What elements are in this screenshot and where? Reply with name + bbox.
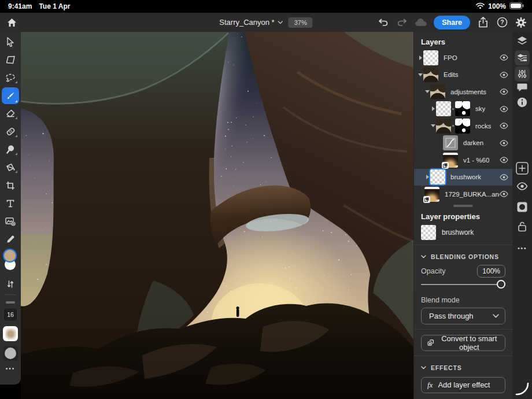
layer-row[interactable]: adjustments xyxy=(414,83,512,101)
redo-button[interactable] xyxy=(396,16,408,29)
zoom-level-badge[interactable]: 37% xyxy=(289,17,313,28)
eye-icon[interactable] xyxy=(500,105,508,113)
eraser-tool[interactable] xyxy=(0,105,21,123)
device-corner-arc xyxy=(515,382,529,398)
layer-thumbnail[interactable] xyxy=(436,101,451,116)
document-title: Starry_Canyon * xyxy=(219,18,274,27)
blend-mode-value: Pass through xyxy=(429,312,474,320)
undo-button[interactable] xyxy=(376,16,389,29)
layer-thumbnail[interactable] xyxy=(430,84,445,99)
opacity-slider-knob[interactable] xyxy=(497,280,505,289)
add-layer-button[interactable] xyxy=(512,161,532,175)
layer-name: rocks xyxy=(475,123,491,130)
opacity-slider-track[interactable] xyxy=(421,284,505,285)
brush-tool[interactable] xyxy=(2,87,19,104)
lasso-select-tool[interactable] xyxy=(0,69,21,87)
swap-colors-button[interactable] xyxy=(0,277,21,291)
opacity-value-field[interactable]: 100% xyxy=(477,265,505,278)
toolbar-drag-handle[interactable] xyxy=(6,301,15,304)
layer-thumbnail[interactable] xyxy=(436,119,451,134)
layer-mask-thumbnail[interactable] xyxy=(455,119,470,134)
layer-row[interactable]: sky xyxy=(414,101,512,118)
canvas[interactable] xyxy=(21,32,413,399)
blend-mode-dropdown[interactable]: Pass through xyxy=(421,308,505,324)
disclosure-icon[interactable] xyxy=(424,90,430,93)
adjustments-sliders-icon[interactable] xyxy=(515,66,530,82)
layer-row[interactable]: rocks xyxy=(414,117,512,135)
layers-detail-view-button[interactable] xyxy=(515,50,530,65)
transform-tool[interactable] xyxy=(0,51,21,69)
type-tool[interactable] xyxy=(0,194,21,212)
smart-object-thumbnail[interactable] xyxy=(443,153,458,168)
place-image-tool[interactable] xyxy=(0,212,21,230)
layer-thumbnail[interactable] xyxy=(423,67,438,82)
export-icon[interactable] xyxy=(476,16,489,29)
disclosure-icon[interactable] xyxy=(418,73,423,76)
magnifier-tool[interactable] xyxy=(0,141,21,158)
status-date: Tue 1 Apr xyxy=(39,2,70,10)
app-window: 9:41am Tue 1 Apr 100% Starry_Canyon * 37… xyxy=(0,0,532,399)
help-icon[interactable]: ? xyxy=(496,16,508,29)
info-icon[interactable] xyxy=(517,97,527,108)
brush-preview-soft[interactable] xyxy=(3,326,18,341)
move-tool[interactable] xyxy=(0,33,21,51)
curves-adjustment-thumbnail[interactable] xyxy=(443,135,458,150)
cloud-sync-icon[interactable] xyxy=(415,16,427,29)
panel-resize-handle[interactable] xyxy=(453,205,473,207)
eye-icon[interactable] xyxy=(500,173,508,181)
opacity-label: Opacity xyxy=(421,267,445,275)
comment-icon[interactable] xyxy=(517,83,527,92)
brush-size-field[interactable]: 16 xyxy=(3,308,18,322)
lock-icon[interactable] xyxy=(518,221,527,232)
disclosure-icon[interactable] xyxy=(430,106,436,111)
properties-layer-thumbnail xyxy=(421,225,436,240)
disclosure-icon[interactable] xyxy=(418,56,423,60)
healing-brush-tool[interactable] xyxy=(0,123,21,141)
mask-link-icon xyxy=(452,125,454,127)
layer-row[interactable]: Edits xyxy=(414,66,512,84)
eye-icon[interactable] xyxy=(500,122,508,130)
eye-icon[interactable] xyxy=(500,139,508,147)
layer-row[interactable]: FPO xyxy=(414,49,512,66)
eye-icon[interactable] xyxy=(500,88,508,95)
add-layer-effect-button[interactable]: fx Add layer effect xyxy=(421,377,505,393)
settings-gear-icon[interactable] xyxy=(515,16,527,29)
opacity-slider[interactable] xyxy=(421,280,505,289)
status-bar: 9:41am Tue 1 Apr 100% xyxy=(0,0,532,13)
effects-header[interactable]: EFFECTS xyxy=(421,364,505,372)
eyedropper-tool[interactable] xyxy=(0,230,21,248)
disclosure-icon[interactable] xyxy=(424,175,430,179)
blending-options-header[interactable]: BLENDING OPTIONS xyxy=(421,253,505,261)
layer-thumbnail[interactable] xyxy=(423,50,438,65)
color-wells[interactable] xyxy=(0,250,21,276)
brush-preview-hard[interactable] xyxy=(3,346,18,361)
foreground-color-well[interactable] xyxy=(4,250,16,261)
taskbar-more-button[interactable]: ••• xyxy=(518,245,527,252)
convert-smart-object-button[interactable]: Convert to smart object xyxy=(421,335,505,351)
eye-icon[interactable] xyxy=(500,54,508,61)
layer-row[interactable]: darken xyxy=(414,135,512,152)
eye-icon[interactable] xyxy=(500,71,508,79)
svg-text:?: ? xyxy=(500,19,504,25)
layer-properties-title: Layer properties xyxy=(421,212,505,221)
fill-tool[interactable] xyxy=(0,158,21,176)
layer-mask-icon[interactable] xyxy=(516,201,528,213)
layer-row[interactable]: v1 - %60 xyxy=(414,152,512,169)
disclosure-icon[interactable] xyxy=(430,124,436,127)
layer-row-selected[interactable]: brushwork xyxy=(414,169,512,186)
home-button[interactable] xyxy=(5,16,18,29)
eye-icon[interactable] xyxy=(500,190,508,198)
layer-mask-thumbnail[interactable] xyxy=(455,101,470,116)
layers-stack-icon[interactable] xyxy=(516,35,528,47)
toolbar-more-button[interactable]: ••• xyxy=(6,365,16,372)
share-button[interactable]: Share xyxy=(434,16,470,29)
eye-icon[interactable] xyxy=(500,156,508,164)
layer-row[interactable]: 1729_BURKA...anced-NR33 xyxy=(414,186,512,203)
blend-mode-label: Blend mode xyxy=(421,296,505,304)
chevron-down-icon xyxy=(421,366,426,370)
smart-object-thumbnail[interactable] xyxy=(424,187,439,202)
layer-thumbnail[interactable] xyxy=(430,169,445,184)
crop-tool[interactable] xyxy=(0,176,21,194)
layer-visibility-eye-icon[interactable] xyxy=(516,182,528,191)
document-title-button[interactable]: Starry_Canyon * xyxy=(219,18,283,27)
